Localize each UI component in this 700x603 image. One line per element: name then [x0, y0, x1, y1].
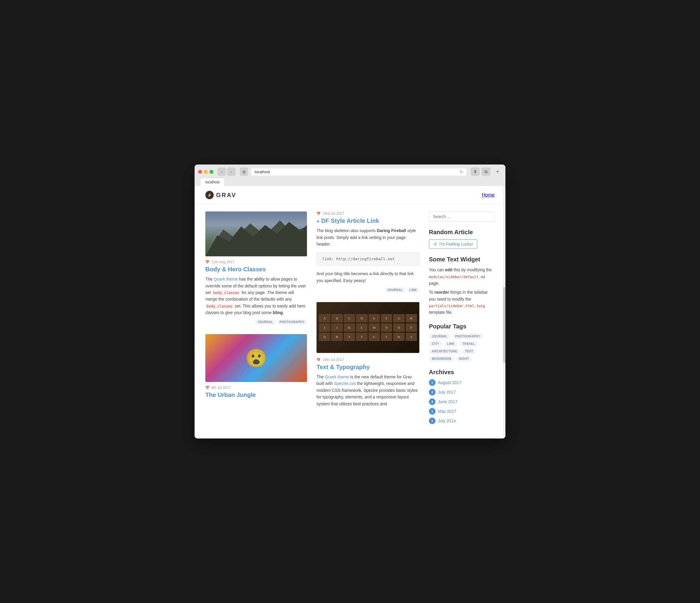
article-title-text-typography[interactable]: Text & Typography [317, 364, 419, 370]
sidebar-toggle-button[interactable]: ⊞ [240, 168, 248, 176]
quark-theme-link-2[interactable]: Quark theme [325, 375, 349, 379]
sidebar-search [429, 212, 495, 222]
tags-cloud: JOURNAL PHOTOGRAPHY CITY LINK TRAVEL ARC… [429, 334, 495, 362]
tag-photography[interactable]: PHOTOGRAPHY [277, 319, 307, 324]
article-title-link-urban-jungle[interactable]: The Urban Jungle [205, 391, 256, 398]
quark-theme-link[interactable]: Quark theme [214, 277, 238, 282]
tag-link[interactable]: LINK [407, 287, 419, 292]
archive-link-jul2014[interactable]: July 2014 [438, 418, 456, 423]
pop-tag-journal[interactable]: JOURNAL [429, 334, 450, 339]
lp-cell: I [319, 323, 330, 332]
article-card-body-hero: 📅 11th Aug 2017 Body & Hero Classes The … [205, 212, 307, 324]
article-tags-df-style: JOURNAL LINK [317, 287, 419, 292]
article-excerpt-df-style: The blog skeleton also supports Daring F… [317, 227, 419, 247]
scrollbar-track [503, 186, 505, 438]
archive-item-aug2017: 1 August 2017 [429, 379, 495, 386]
hero-image-mountain [205, 212, 307, 256]
browser-tab[interactable]: localhost [201, 178, 224, 186]
search-input[interactable] [429, 212, 495, 222]
tag-journal-2[interactable]: JOURNAL [385, 287, 405, 292]
sidebar-random-article-title: Random Article [429, 229, 495, 236]
archive-item-may2017: 1 May 2017 [429, 408, 495, 414]
fullscreen-button[interactable] [209, 170, 214, 174]
article-card-df-style: 📅 23rd Jul 2017 » DF Style Article Link … [317, 212, 419, 292]
archive-link-may2017[interactable]: May 2017 [438, 409, 456, 414]
sidebar-random-article: Random Article ↺ I'm Feeling Lucky! [429, 229, 495, 249]
pop-tag-link[interactable]: LINK [444, 341, 457, 347]
archive-link-jun2017[interactable]: June 2017 [438, 399, 457, 404]
forward-button[interactable]: › [227, 168, 235, 176]
sidebar: Random Article ↺ I'm Feeling Lucky! Some… [429, 212, 495, 431]
article-date-df-style: 23rd Jul 2017 [323, 212, 344, 216]
logo-icon: ⚡ [205, 191, 214, 199]
lp-cell: V [381, 333, 392, 341]
pop-tag-mushroom[interactable]: MUSHROOM [429, 356, 454, 362]
site-logo[interactable]: ⚡ GRAV [205, 191, 236, 199]
sidebar-archives-title: Archives [429, 369, 495, 376]
pop-tag-text[interactable]: TEXT [462, 348, 476, 354]
new-tab-button[interactable]: + [494, 168, 502, 176]
sidebar-text-widget: Some Text Widget You can edit this by mo… [429, 256, 495, 316]
lp-cell: R [331, 333, 343, 341]
left-column: 📅 11th Aug 2017 Body & Hero Classes The … [205, 212, 307, 431]
pop-tag-architecture[interactable]: ARCHITECTURE [429, 348, 460, 354]
article-outro-df-style: And your blog title becomes a link direc… [317, 270, 419, 284]
pop-tag-photography[interactable]: PHOTOGRAPHY [452, 334, 483, 339]
article-title-link-text-typography[interactable]: Text & Typography [317, 364, 370, 370]
feeling-lucky-button[interactable]: ↺ I'm Feeling Lucky! [429, 239, 477, 249]
lp-cell: X [406, 333, 417, 341]
close-button[interactable] [198, 170, 202, 174]
article-meta-urban-jungle: 📅 4th Jul 2017 [205, 386, 307, 390]
sidebar-archives: Archives 1 August 2017 3 July 2017 [429, 369, 495, 424]
article-title-link-body-hero[interactable]: Body & Hero Classes [205, 266, 266, 272]
pop-tag-travel[interactable]: TRAVEL [459, 341, 478, 347]
calendar-icon-2: 📅 [205, 386, 209, 390]
article-hero-image-letterpress: A B C D E F G H I J [317, 302, 419, 353]
lp-cell: E [369, 314, 380, 322]
code-content-df: link: http://daringfireball.net [322, 257, 395, 261]
minimize-button[interactable] [204, 170, 208, 174]
archive-badge-jul2017: 3 [429, 389, 435, 395]
calendar-icon-4: 📅 [317, 358, 321, 362]
archive-item-jul2017: 3 July 2017 [429, 389, 495, 395]
tag-journal-1[interactable]: JOURNAL [255, 319, 275, 324]
sidebar-link-modules[interactable]: modules/sidebar/default.md [429, 275, 485, 279]
hero-image-graffiti [205, 334, 307, 382]
article-meta-df-style: 📅 23rd Jul 2017 [317, 212, 419, 216]
edit-bold: edit [445, 267, 452, 272]
article-title-link-df-style[interactable]: » DF Style Article Link [317, 217, 379, 224]
article-title-df-style[interactable]: » DF Style Article Link [317, 217, 419, 224]
daring-fireball-bold: Daring Fireball [377, 228, 406, 233]
article-tags-body-hero: JOURNAL PHOTOGRAPHY [205, 319, 307, 324]
lp-cell: J [331, 323, 343, 332]
share-button[interactable]: ⬆ [471, 168, 480, 176]
letterpress-bg: A B C D E F G H I J [317, 302, 419, 353]
sidebar-text-widget-body2: To reorder things in the sidebar you nee… [429, 289, 495, 316]
article-meta-text-typography: 📅 19th Jul 2017 [317, 358, 419, 362]
article-excerpt-body-hero: The Quark theme has the ability to allow… [205, 276, 307, 316]
article-title-urban-jungle[interactable]: The Urban Jungle [205, 391, 307, 399]
feeling-lucky-label: I'm Feeling Lucky! [440, 242, 473, 246]
archives-list: 1 August 2017 3 July 2017 3 June 2017 [429, 379, 495, 424]
new-window-button[interactable]: ⧉ [481, 168, 491, 176]
scrollbar-thumb[interactable] [503, 287, 505, 363]
lp-cell: C [344, 314, 355, 322]
article-title-body-hero[interactable]: Body & Hero Classes [205, 266, 307, 273]
site-nav: Home [482, 192, 495, 198]
url-bar[interactable]: localhost ↻ [251, 168, 467, 175]
pop-tag-city[interactable]: CITY [429, 341, 442, 347]
code-body-classes-2: body_classes [205, 304, 234, 309]
back-button[interactable]: ‹ [218, 168, 226, 176]
sidebar-link-partials[interactable]: partials/sidebar.html.twig [429, 304, 485, 308]
sidebar-popular-tags: Popular Tags JOURNAL PHOTOGRAPHY CITY LI… [429, 323, 495, 362]
archive-link-aug2017[interactable]: August 2017 [438, 380, 461, 385]
sidebar-text-widget-body1: You can edit this by modifying the modul… [429, 266, 495, 287]
df-arrow-icon: » [317, 218, 320, 224]
nav-home-link[interactable]: Home [482, 192, 495, 197]
archive-link-jul2017[interactable]: July 2017 [438, 390, 456, 394]
site-header: ⚡ GRAV Home [195, 186, 505, 204]
pop-tag-night[interactable]: NIGHT [456, 356, 472, 362]
tab-label: localhost [205, 180, 219, 184]
refresh-button[interactable]: ↻ [460, 170, 463, 174]
spectre-css-link[interactable]: Spectre.css [334, 381, 356, 386]
